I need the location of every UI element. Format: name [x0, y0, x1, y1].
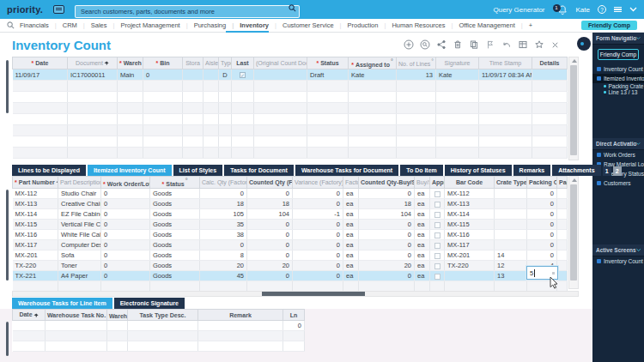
menu-item-crm[interactable]: CRM	[49, 19, 77, 33]
col-warehouse[interactable]: Wareh	[118, 57, 143, 69]
cell-status[interactable]: Goods	[150, 199, 200, 209]
tab-to-do-item[interactable]: To Do Item	[400, 165, 443, 176]
cell-part-description[interactable]: EZ File Cabinets	[58, 209, 101, 220]
cell-buy-unit[interactable]: ea	[415, 199, 430, 209]
cell-part-description[interactable]: Sofa	[58, 250, 101, 261]
activation-work-orders[interactable]: Work Orders	[592, 150, 644, 160]
cell-calc-qty[interactable]: 0	[200, 189, 247, 199]
cell-approved[interactable]	[430, 220, 445, 230]
cell-counted-buy[interactable]: 0	[359, 189, 415, 199]
col-signature[interactable]: Signature	[436, 57, 479, 69]
approved-checkbox[interactable]	[434, 191, 440, 197]
tab-history-of-statuses[interactable]: History of Statuses	[445, 165, 512, 176]
cell-calc-qty[interactable]: 35	[200, 220, 247, 230]
col-date[interactable]: Date	[13, 57, 68, 69]
col-aisle[interactable]: Aisle	[204, 57, 219, 69]
cell-buy-unit[interactable]: ea	[415, 230, 430, 240]
approved-checkbox[interactable]	[434, 222, 440, 228]
cell-buy-unit[interactable]: ea	[415, 261, 430, 271]
cell-part-number[interactable]: MX-114	[13, 209, 58, 220]
col-variance[interactable]: Variance (Factory)	[293, 177, 343, 189]
cell-status[interactable]: Goods	[150, 230, 200, 240]
cell-last[interactable]: ✓	[232, 69, 254, 81]
cell-factory-unit[interactable]: ea	[343, 199, 359, 209]
cell-variance[interactable]: 0	[293, 189, 343, 199]
cell-part-number[interactable]: MX-201	[13, 250, 58, 261]
cell-approved[interactable]	[430, 271, 445, 281]
cell-factory-unit[interactable]: ea	[343, 230, 359, 240]
active-screen-inventory-count[interactable]: Inventory Count -	[592, 256, 644, 266]
col-task-type-desc[interactable]: Task Type Desc.	[128, 310, 198, 321]
cell-status[interactable]: Draft	[307, 69, 349, 81]
cell-work-order[interactable]: 0	[101, 220, 150, 230]
flag-icon[interactable]	[485, 39, 495, 50]
cell-calc-qty[interactable]: 8	[200, 250, 247, 261]
cell-counted-qty[interactable]: 0	[247, 271, 293, 281]
cell-packing-crate[interactable]: 0	[527, 240, 557, 250]
col-crate-type[interactable]: Crate Type C	[495, 177, 527, 189]
cell-calc-qty[interactable]: 105	[200, 209, 247, 220]
cell-status[interactable]: Goods	[150, 189, 200, 199]
cell-buy-unit[interactable]: ea	[415, 189, 430, 199]
cell-calc-qty[interactable]: 45	[200, 271, 247, 281]
nav-item-inventory-count[interactable]: Inventory Count	[592, 64, 644, 74]
panel-toggle-icon[interactable]	[577, 37, 591, 51]
cell-buy-unit[interactable]: ea	[415, 209, 430, 220]
table-row[interactable]: MX-114 EZ File Cabinets 0 Goods 105 104 …	[13, 209, 568, 220]
cell-part-description[interactable]: Studio Chair	[58, 189, 101, 199]
cell-buy-unit[interactable]: ea	[415, 220, 430, 230]
cell-page[interactable]	[557, 250, 568, 261]
app-switcher-icon[interactable]	[53, 5, 64, 14]
col-no-of-lines[interactable]: No. of Lines	[397, 57, 436, 69]
col-part-number[interactable]: Part Number	[13, 177, 58, 189]
cell-work-order[interactable]: 0	[101, 261, 150, 271]
menu-search-icon[interactable]	[7, 21, 15, 29]
tab-tasks-for-document[interactable]: Tasks for Document	[224, 165, 294, 176]
cell-page[interactable]	[557, 261, 568, 271]
cell-warehouse[interactable]	[107, 321, 128, 331]
cell-packing-crate[interactable]: 0	[527, 250, 557, 261]
nav-item-itemized-inventory[interactable]: Itemized Inventor	[592, 74, 644, 83]
cell-date[interactable]	[13, 321, 46, 331]
menu-item-customer-service[interactable]: Customer Service	[269, 19, 334, 33]
cell-part-number[interactable]: MX-115	[13, 220, 58, 230]
notifications-icon[interactable]: 1	[553, 4, 568, 15]
cell-counted-qty[interactable]: 0	[247, 240, 293, 250]
cell-approved[interactable]	[430, 209, 445, 220]
cell-work-order[interactable]: 0	[101, 199, 150, 209]
duplicate-icon[interactable]	[469, 39, 479, 50]
cell-variance[interactable]: 0	[293, 261, 343, 271]
col-original-count-doc[interactable]: (Original Count Doc	[254, 57, 307, 69]
table-row[interactable]: MX-116 White File Cabinet 0 Goods 38 0 0…	[13, 230, 568, 240]
cell-bar-code[interactable]	[445, 271, 495, 281]
query-generator-link[interactable]: Query Generator	[494, 6, 545, 14]
cell-variance[interactable]: 0	[293, 199, 343, 209]
active-screens-header[interactable]: Active Screens	[592, 244, 644, 256]
approved-checkbox[interactable]	[434, 263, 440, 269]
global-search-input[interactable]	[75, 5, 300, 18]
tab-attachments[interactable]: Attachments	[552, 165, 600, 176]
cell-task-type[interactable]	[128, 321, 198, 331]
cell-signature[interactable]: Kate	[436, 69, 479, 81]
cell-packing-crate[interactable]: 0	[527, 199, 557, 209]
cell-buy-unit[interactable]: ea	[415, 271, 430, 281]
cell-approved[interactable]	[430, 199, 445, 209]
col-bar-code[interactable]: Bar Code	[445, 177, 495, 189]
cell-counted-buy[interactable]: 18	[359, 199, 415, 209]
cell-packing-crate[interactable]: 0	[527, 209, 557, 220]
task-row[interactable]: 0	[13, 321, 305, 331]
cell-approved[interactable]	[430, 189, 445, 199]
favorite-star-icon[interactable]	[534, 39, 544, 50]
vertical-scrollbar[interactable]	[568, 57, 579, 160]
cell-factory-unit[interactable]: ea	[343, 220, 359, 230]
tab-page-1[interactable]: 1	[603, 166, 611, 176]
menu-item-human-resources[interactable]: Human Resources	[378, 19, 445, 33]
cell-counted-qty[interactable]: 0	[247, 250, 293, 261]
nav-subitem-packing-crate[interactable]: Packing Crate	[592, 83, 644, 89]
cell-bar-code[interactable]: MX-201	[445, 250, 495, 261]
cell-work-order[interactable]: 0	[101, 271, 150, 281]
cell-counted-qty[interactable]: 104	[247, 209, 293, 220]
close-icon[interactable]	[550, 40, 560, 50]
cell-crate-type[interactable]: 13	[495, 271, 527, 281]
col-counted-qty[interactable]: Counted Qty (Fact.	[247, 177, 293, 189]
